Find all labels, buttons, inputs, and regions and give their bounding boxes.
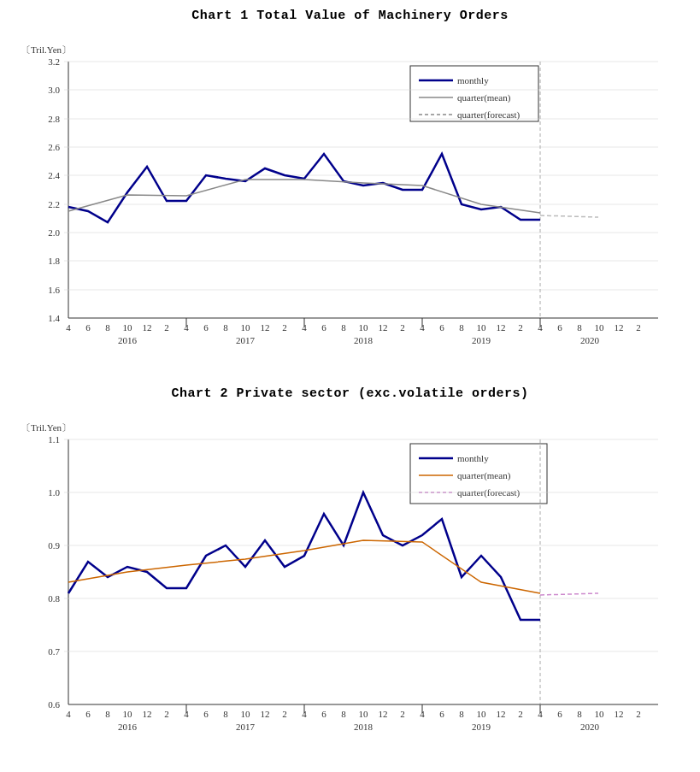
chart2-m2-2019: 2 xyxy=(518,709,523,719)
chart2-legend-forecast-label: quarter(forecast) xyxy=(457,487,521,498)
chart2-m8-2017: 8 xyxy=(223,709,228,719)
chart2-section: Chart 2 Private sector (exc.volatile ord… xyxy=(17,386,683,764)
chart1-m6-2020: 6 xyxy=(557,322,562,333)
chart2-m12-2020: 12 xyxy=(615,709,624,719)
page: Chart 1 Total Value of Machinery Orders … xyxy=(0,0,700,772)
chart1-legend-monthly-label: monthly xyxy=(457,75,489,85)
chart2-ytick-10: 1.0 xyxy=(48,487,60,498)
chart1-legend-mean-label: quarter(mean) xyxy=(457,92,511,103)
chart1-m2-2016: 2 xyxy=(164,322,169,333)
chart2-ytick-09: 0.9 xyxy=(48,540,60,551)
chart2-title: Chart 2 Private sector (exc.volatile ord… xyxy=(17,386,683,401)
chart1-m2-2019: 2 xyxy=(518,322,523,333)
chart2-m10-2018: 10 xyxy=(359,709,369,719)
chart1-m12-2018: 12 xyxy=(379,322,388,333)
chart2-m6-2019: 6 xyxy=(439,709,444,719)
chart1-m4-2019: 4 xyxy=(420,322,425,333)
chart2-container: 〔Tril.Yen〕 monthly quarter(mean) quarter… xyxy=(17,405,683,764)
chart1-m12-2017: 12 xyxy=(261,322,270,333)
chart1-ytick-28: 2.8 xyxy=(48,114,60,124)
chart2-m6-2018: 6 xyxy=(321,709,326,719)
chart1-m6-2019: 6 xyxy=(439,322,444,333)
chart2-m6-2016: 6 xyxy=(85,709,91,719)
chart2-ytick-07: 0.7 xyxy=(48,646,60,657)
chart1-year-2020: 2020 xyxy=(580,335,600,345)
chart1-m4-2020: 4 xyxy=(538,322,543,333)
chart1-ytick-24: 2.4 xyxy=(48,170,60,180)
chart1-ytick-22: 2.2 xyxy=(48,199,60,209)
chart2-m8-2016: 8 xyxy=(105,709,110,719)
chart1-m4-2016: 4 xyxy=(66,322,71,333)
chart1-m8-2016: 8 xyxy=(105,322,110,333)
chart1-year-2019: 2019 xyxy=(472,335,491,345)
chart1-m6-2018: 6 xyxy=(321,322,326,333)
chart1-ytick-26: 2.6 xyxy=(48,142,60,152)
chart2-m4-2016: 4 xyxy=(66,709,71,719)
chart1-m2-2018: 2 xyxy=(400,322,405,333)
chart2-svg: 〔Tril.Yen〕 monthly quarter(mean) quarter… xyxy=(17,405,684,764)
chart1-m8-2018: 8 xyxy=(341,322,346,333)
chart1-container: 〔Tril.Yen〕 monthly quarter(mean) quarter… xyxy=(17,27,683,369)
chart1-m10-2020: 10 xyxy=(595,322,605,333)
chart2-forecast-line xyxy=(540,593,598,595)
chart2-ytick-11: 1.1 xyxy=(48,434,60,445)
chart1-m4-2017: 4 xyxy=(184,322,189,333)
chart1-m2-2020: 2 xyxy=(636,322,641,333)
chart2-m10-2020: 10 xyxy=(595,709,605,719)
chart2-year-2018: 2018 xyxy=(354,722,374,732)
chart1-ytick-16: 1.6 xyxy=(48,285,60,295)
chart2-year-2017: 2017 xyxy=(236,722,256,732)
chart2-m10-2016: 10 xyxy=(123,709,133,719)
chart1-m8-2020: 8 xyxy=(577,322,582,333)
chart2-m2-2020: 2 xyxy=(636,709,641,719)
chart1-m6-2017: 6 xyxy=(203,322,209,333)
chart2-m6-2020: 6 xyxy=(557,709,562,719)
chart1-m4-2018: 4 xyxy=(302,322,307,333)
chart2-y-unit: 〔Tril.Yen〕 xyxy=(21,422,71,433)
chart2-m2-2017: 2 xyxy=(282,709,287,719)
chart2-m4-2018: 4 xyxy=(302,709,307,719)
chart1-year-2018: 2018 xyxy=(354,335,374,345)
chart2-m8-2019: 8 xyxy=(459,709,464,719)
chart2-mean-line xyxy=(68,540,540,593)
chart1-svg: 〔Tril.Yen〕 monthly quarter(mean) quarter… xyxy=(17,27,684,369)
chart2-year-2019: 2019 xyxy=(472,722,491,732)
chart2-m12-2019: 12 xyxy=(497,709,506,719)
chart2-m2-2018: 2 xyxy=(400,709,405,719)
chart1-m10-2017: 10 xyxy=(241,322,251,333)
chart2-m12-2018: 12 xyxy=(379,709,388,719)
chart1-title: Chart 1 Total Value of Machinery Orders xyxy=(17,9,683,23)
chart2-m6-2017: 6 xyxy=(203,709,209,719)
chart1-ytick-32: 3.2 xyxy=(48,56,60,67)
chart1-y-unit: 〔Tril.Yen〕 xyxy=(21,44,71,55)
chart1-m10-2019: 10 xyxy=(477,322,487,333)
chart1-section: Chart 1 Total Value of Machinery Orders … xyxy=(17,9,683,369)
chart2-legend-mean-label: quarter(mean) xyxy=(457,470,511,481)
chart2-m10-2019: 10 xyxy=(477,709,487,719)
chart2-ytick-08: 0.8 xyxy=(48,593,60,604)
chart2-m12-2016: 12 xyxy=(143,709,152,719)
chart1-m8-2019: 8 xyxy=(459,322,464,333)
chart2-ytick-06: 0.6 xyxy=(48,699,60,710)
chart1-mean-line xyxy=(68,180,540,213)
chart2-monthly-line xyxy=(68,492,540,620)
chart2-year-2016: 2016 xyxy=(118,722,138,732)
chart1-ytick-20: 2.0 xyxy=(48,227,60,238)
chart1-m10-2016: 10 xyxy=(123,322,133,333)
chart1-ytick-18: 1.8 xyxy=(48,256,60,266)
chart1-m2-2017: 2 xyxy=(282,322,287,333)
chart1-m8-2017: 8 xyxy=(223,322,228,333)
chart2-m8-2018: 8 xyxy=(341,709,346,719)
chart1-m6-2016: 6 xyxy=(85,322,91,333)
chart2-m4-2017: 4 xyxy=(184,709,189,719)
chart2-m4-2020: 4 xyxy=(538,709,543,719)
chart2-m10-2017: 10 xyxy=(241,709,251,719)
chart2-m4-2019: 4 xyxy=(420,709,425,719)
chart1-forecast-line xyxy=(540,215,598,217)
chart2-year-2020: 2020 xyxy=(580,722,600,732)
chart1-m12-2019: 12 xyxy=(497,322,506,333)
chart1-monthly-line xyxy=(68,154,540,222)
chart2-m2-2016: 2 xyxy=(164,709,169,719)
chart1-m12-2020: 12 xyxy=(615,322,624,333)
chart1-year-2017: 2017 xyxy=(236,335,256,345)
